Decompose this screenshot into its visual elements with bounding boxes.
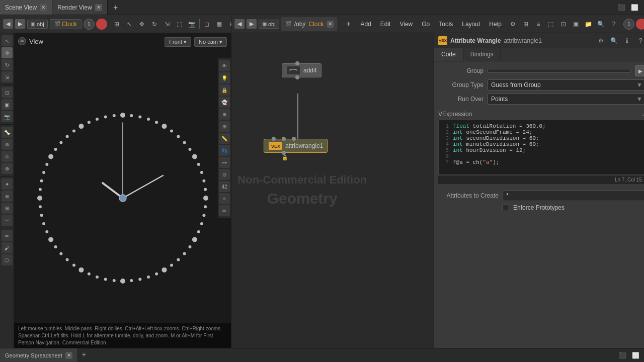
toggle-icon[interactable]: ⊙ bbox=[219, 169, 230, 180]
fluid-icon[interactable]: ≋ bbox=[2, 191, 13, 202]
network-search-icon[interactable]: 🔍 bbox=[596, 19, 607, 30]
network-tab-close[interactable]: ✕ bbox=[327, 21, 334, 28]
vis-icon[interactable]: 👁 bbox=[219, 60, 230, 71]
geometry-spreadsheet-tab[interactable]: Geometry Spreadsheet ✕ bbox=[0, 348, 78, 362]
forward-button-right[interactable]: ▶ bbox=[247, 19, 257, 29]
network-viewport[interactable]: Non-Commercial Edition Geometry add4 bbox=[231, 33, 434, 348]
add4-node-box[interactable]: add4 bbox=[282, 63, 321, 77]
attributes-input[interactable] bbox=[503, 190, 644, 201]
origin-icon[interactable]: ⊕ bbox=[219, 109, 230, 120]
attribwrangle1-node[interactable]: VEX attribwrangle1 🔒 bbox=[264, 139, 328, 153]
network-tool4-icon[interactable]: ⬚ bbox=[545, 19, 556, 30]
particle-icon[interactable]: ✦ bbox=[2, 178, 13, 190]
menu-edit[interactable]: Edit bbox=[376, 19, 395, 29]
geometry-tab-close[interactable]: ✕ bbox=[65, 352, 72, 359]
network-help2-icon[interactable]: ? bbox=[608, 19, 619, 30]
grid-icon[interactable]: ⊞ bbox=[111, 19, 122, 30]
bone-icon[interactable]: 🦴 bbox=[2, 127, 13, 138]
vex-expand-icon[interactable]: ⤢ bbox=[642, 112, 644, 117]
camera-icon[interactable]: 📷 bbox=[187, 19, 198, 30]
scale-icon[interactable]: ⇲ bbox=[162, 19, 173, 30]
menu-go[interactable]: Go bbox=[418, 19, 434, 29]
num-icon[interactable]: 42 bbox=[219, 181, 230, 192]
scale-tool-icon[interactable]: ⇲ bbox=[2, 71, 13, 82]
lock-icon[interactable]: 🔒 bbox=[219, 84, 230, 96]
render-icon[interactable]: ▦ bbox=[214, 19, 225, 30]
move-tool-icon[interactable]: ✥ bbox=[2, 47, 13, 58]
menu-layout[interactable]: Layout bbox=[458, 19, 484, 29]
menu-help[interactable]: Help bbox=[485, 19, 506, 29]
network-tab[interactable]: 🎬 /obj/ Clock ✕ bbox=[281, 17, 339, 31]
tab-code[interactable]: Code bbox=[434, 48, 463, 61]
add4-node[interactable]: add4 bbox=[282, 63, 321, 77]
stroke-icon[interactable]: ≡ bbox=[219, 193, 230, 204]
rotate-icon[interactable]: ↻ bbox=[149, 19, 160, 30]
forward-button[interactable]: ▶ bbox=[15, 19, 25, 29]
attrib-help-icon[interactable]: ? bbox=[635, 35, 644, 46]
tab-bindings[interactable]: Bindings bbox=[463, 48, 501, 61]
attribwrangle1-node-box[interactable]: VEX attribwrangle1 bbox=[264, 139, 328, 153]
align-icon[interactable]: ⊶ bbox=[219, 157, 230, 168]
attrib-info-icon[interactable]: ℹ bbox=[622, 35, 633, 46]
attrib-settings-icon[interactable]: ⚙ bbox=[596, 35, 607, 46]
ghost-icon[interactable]: 👻 bbox=[219, 97, 230, 108]
pose-icon[interactable]: ☺ bbox=[2, 151, 13, 162]
group-input[interactable] bbox=[488, 69, 631, 73]
tab-render-view[interactable]: Render View ✕ bbox=[52, 0, 107, 15]
move-icon[interactable]: ✥ bbox=[136, 19, 147, 30]
network-tool7-icon[interactable]: 📁 bbox=[583, 19, 594, 30]
network-tool3-icon[interactable]: ≡ bbox=[533, 19, 544, 30]
camera-tool-icon[interactable]: 📷 bbox=[2, 111, 13, 122]
attrib-search-icon[interactable]: 🔍 bbox=[609, 35, 620, 46]
network-tool5-icon[interactable]: ⊡ bbox=[558, 19, 569, 30]
select-icon[interactable]: ⬚ bbox=[174, 19, 185, 30]
wire-icon[interactable]: 〰 bbox=[2, 215, 13, 226]
render-view-tab-close[interactable]: ✕ bbox=[95, 4, 102, 11]
add-tab-button[interactable]: + bbox=[110, 2, 122, 14]
add-bottom-tab[interactable]: + bbox=[78, 348, 90, 360]
network-tool6-icon[interactable]: ▣ bbox=[571, 19, 582, 30]
menu-tools[interactable]: Tools bbox=[435, 19, 457, 29]
network-tool2-icon[interactable]: ⊞ bbox=[520, 19, 531, 30]
rotate-tool-icon[interactable]: ↻ bbox=[2, 59, 13, 70]
muscle-icon[interactable]: ⊕ bbox=[2, 163, 13, 174]
menu-add[interactable]: Add bbox=[356, 19, 375, 29]
group-type-dropdown[interactable]: Guess from Group ▼ bbox=[488, 79, 644, 90]
back-button-right[interactable]: ◀ bbox=[234, 19, 245, 29]
paint-icon[interactable]: 🖌 bbox=[2, 242, 13, 253]
scene-viewport[interactable]: 👁 View Front ▾ No cam ▾ 👁 💡 🔒 👻 ⊕ ⊞ 📏 bbox=[14, 33, 231, 348]
back-button[interactable]: ◀ bbox=[3, 19, 13, 29]
transform-icon[interactable]: ⊡ bbox=[2, 87, 13, 98]
network-tool1-icon[interactable]: ⚙ bbox=[508, 19, 519, 30]
light-icon[interactable]: 💡 bbox=[219, 72, 230, 83]
group-arrow-btn[interactable]: ▶ bbox=[635, 65, 644, 76]
vex-editor[interactable]: 1 float totalRotation = 360.0; 2 int one… bbox=[438, 120, 644, 175]
ik-icon[interactable]: ⊗ bbox=[2, 139, 13, 150]
scene-view-tab-close[interactable]: ✕ bbox=[40, 4, 47, 11]
run-over-dropdown[interactable]: Points ▼ bbox=[488, 94, 644, 105]
record-button-left[interactable] bbox=[96, 19, 107, 30]
cam-dropdown[interactable]: No cam ▾ bbox=[194, 37, 227, 47]
arrow-icon[interactable]: ↖ bbox=[124, 19, 135, 30]
snap-grid-icon[interactable]: ⊞ bbox=[219, 121, 230, 132]
display-icon[interactable]: ◻ bbox=[201, 19, 212, 30]
bottom-maximize-icon[interactable]: ⬛ bbox=[617, 350, 628, 361]
footprint-icon[interactable]: 👣 bbox=[219, 145, 230, 156]
edit2-icon[interactable]: ✏ bbox=[219, 205, 230, 216]
menu-view[interactable]: View bbox=[395, 19, 417, 29]
cloth-icon[interactable]: ⊞ bbox=[2, 203, 13, 214]
window-icon[interactable]: ⬜ bbox=[629, 2, 640, 13]
sculpt-icon[interactable]: ⬡ bbox=[2, 254, 13, 265]
bottom-float-icon[interactable]: ⬜ bbox=[630, 350, 641, 361]
tab-scene-view[interactable]: Scene View ✕ bbox=[0, 0, 52, 15]
edit-icon[interactable]: ✏ bbox=[2, 230, 13, 241]
enforce-checkbox[interactable] bbox=[503, 205, 509, 211]
object-icon[interactable]: ▣ bbox=[2, 99, 13, 110]
maximize-icon[interactable]: ⬛ bbox=[616, 2, 627, 13]
add-network-tab[interactable]: + bbox=[342, 18, 354, 30]
select-tool-icon[interactable]: ↖ bbox=[2, 35, 13, 46]
record-button-right[interactable] bbox=[636, 19, 644, 30]
front-dropdown[interactable]: Front ▾ bbox=[165, 37, 191, 47]
clock-path-left[interactable]: 🎬 Clock bbox=[50, 19, 82, 29]
measure-icon[interactable]: 📏 bbox=[219, 133, 230, 144]
